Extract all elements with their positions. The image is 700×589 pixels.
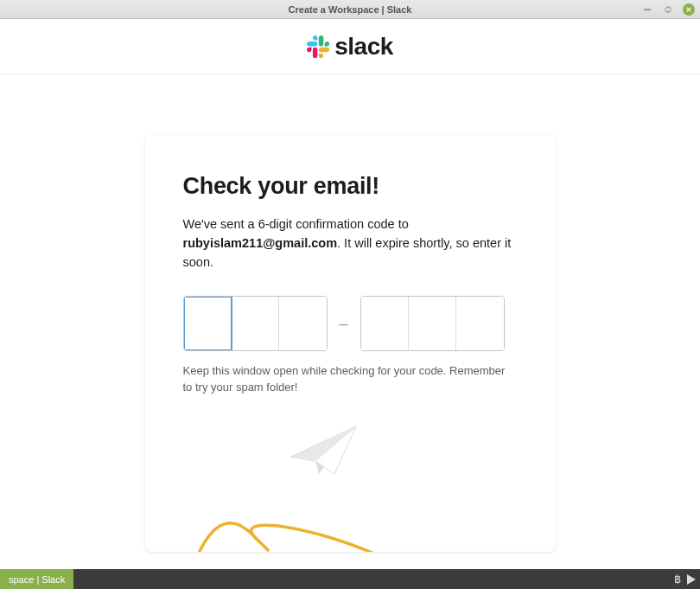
code-digit-6[interactable]	[456, 297, 504, 350]
desc-email: rubyislam211@gmail.com	[183, 236, 338, 250]
confirmation-card: Check your email! We've sent a 6-digit c…	[145, 135, 556, 552]
slack-hash-icon	[307, 35, 329, 58]
tray-icon[interactable]	[686, 573, 697, 586]
taskbar-item-label: space | Slack	[9, 574, 65, 585]
code-digit-3[interactable]	[279, 297, 327, 350]
slack-logo: slack	[307, 33, 393, 61]
app-header: slack	[0, 19, 700, 74]
code-digit-5[interactable]	[409, 297, 456, 350]
card-description: We've sent a 6-digit confirmation code t…	[183, 215, 518, 272]
maximize-button[interactable]	[662, 3, 674, 16]
slack-logo-text: slack	[334, 33, 393, 61]
minimize-button[interactable]: –	[641, 3, 653, 16]
code-input-row: –	[183, 296, 518, 351]
taskbar-app-item[interactable]: space | Slack	[0, 569, 73, 589]
paper-plane-icon	[291, 426, 356, 474]
code-digit-4[interactable]	[361, 297, 409, 350]
close-button[interactable]	[683, 3, 695, 16]
app-content: slack Check your email! We've sent a 6-d…	[0, 19, 700, 569]
window-titlebar: Create a Workspace | Slack –	[0, 0, 700, 19]
desc-prefix: We've sent a 6-digit confirmation code t…	[183, 217, 409, 231]
paper-plane-illustration	[183, 422, 518, 552]
window-title: Create a Workspace | Slack	[289, 4, 412, 15]
code-separator: –	[340, 315, 348, 333]
main-scroll-area[interactable]: Check your email! We've sent a 6-digit c…	[0, 74, 700, 569]
card-hint: Keep this window open while checking for…	[183, 363, 518, 396]
taskbar: space | Slack ฿	[0, 569, 700, 589]
code-digit-2[interactable]	[232, 297, 279, 350]
code-digit-1[interactable]	[184, 297, 232, 350]
bluetooth-icon[interactable]: ฿	[674, 573, 681, 586]
card-heading: Check your email!	[183, 173, 518, 200]
code-group-2	[360, 296, 505, 351]
code-group-1	[183, 296, 328, 351]
